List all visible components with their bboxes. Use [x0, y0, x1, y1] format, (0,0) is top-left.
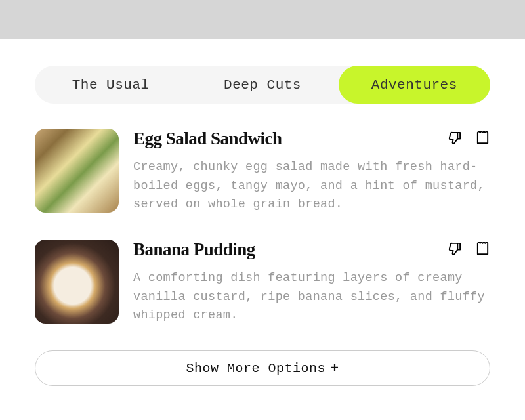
main-content: The Usual Deep Cuts Adventures Egg Salad… — [0, 39, 525, 386]
list-item: Banana Pudding A comforting dish featuri… — [35, 240, 490, 326]
item-title: Egg Salad Sandwich — [133, 129, 282, 149]
item-actions — [447, 240, 490, 256]
tab-deep-cuts[interactable]: Deep Cuts — [186, 66, 338, 104]
item-body: Egg Salad Sandwich Creamy, chunky egg sa… — [133, 129, 490, 215]
tab-the-usual[interactable]: The Usual — [35, 66, 186, 104]
category-tabs: The Usual Deep Cuts Adventures — [35, 66, 490, 104]
item-description: A comforting dish featuring layers of cr… — [133, 269, 490, 326]
top-bar — [0, 0, 525, 39]
item-body: Banana Pudding A comforting dish featuri… — [133, 240, 490, 326]
item-description: Creamy, chunky egg salad made with fresh… — [133, 158, 490, 215]
plus-icon: + — [331, 361, 339, 376]
thumbs-down-icon[interactable] — [447, 241, 462, 256]
receipt-icon[interactable] — [475, 130, 490, 145]
thumbs-down-icon[interactable] — [447, 130, 462, 145]
item-header: Egg Salad Sandwich — [133, 129, 490, 149]
show-more-button[interactable]: Show More Options + — [35, 350, 490, 386]
item-image — [35, 129, 119, 213]
tab-adventures[interactable]: Adventures — [339, 66, 490, 104]
list-item: Egg Salad Sandwich Creamy, chunky egg sa… — [35, 129, 490, 215]
item-header: Banana Pudding — [133, 240, 490, 260]
receipt-icon[interactable] — [475, 241, 490, 256]
item-actions — [447, 129, 490, 145]
item-title: Banana Pudding — [133, 240, 255, 260]
show-more-label: Show More Options — [186, 361, 326, 376]
item-image — [35, 240, 119, 324]
